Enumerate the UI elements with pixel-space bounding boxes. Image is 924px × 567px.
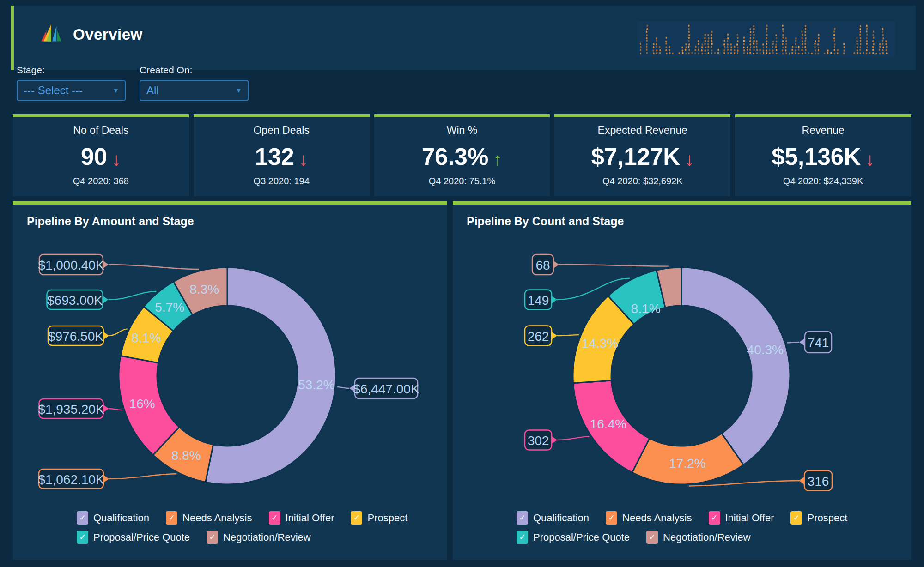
- legend-checkbox[interactable]: ✓: [77, 531, 88, 544]
- created-on-filter-label: Created On:: [140, 65, 249, 76]
- kpi-card-win-pct[interactable]: Win % 76.3%↑ Q4 2020: 75.1%: [374, 114, 550, 196]
- legend-label: Qualification: [533, 512, 589, 524]
- kpi-comparison: Q3 2020: 194: [194, 176, 370, 187]
- kpi-card-no-of-deals[interactable]: No of Deals 90↓ Q4 2020: 368: [13, 114, 189, 196]
- callout-connector: [559, 265, 669, 266]
- legend-checkbox[interactable]: ✓: [606, 511, 617, 525]
- legend-item-negotiation-review[interactable]: ✓Negotiation/Review: [207, 531, 311, 544]
- kpi-card-expected-revenue[interactable]: Expected Revenue $7,127K↓ Q4 2020: $32,6…: [554, 114, 730, 196]
- callout-prospect: 262: [525, 326, 557, 346]
- kpi-comparison: Q4 2020: 368: [13, 176, 189, 187]
- created-on-select-value: All: [146, 84, 159, 97]
- kpi-value: 132↓: [194, 145, 370, 169]
- kpi-title: Open Deals: [194, 124, 370, 137]
- slice-percent-label: 5.7%: [155, 300, 184, 314]
- legend-item-negotiation-review[interactable]: ✓Negotiation/Review: [646, 531, 751, 544]
- trend-down-icon: ↓: [865, 149, 875, 169]
- legend-checkbox[interactable]: ✓: [517, 531, 528, 544]
- kpi-title: No of Deals: [13, 124, 189, 137]
- checkmark-icon: ✓: [608, 513, 614, 523]
- legend-checkbox[interactable]: ✓: [709, 511, 720, 525]
- legend-item-qualification[interactable]: ✓Qualification: [517, 511, 589, 525]
- trend-down-icon: ↓: [685, 149, 694, 169]
- created-on-select[interactable]: All ▼: [140, 80, 249, 101]
- checkmark-icon: ✓: [519, 532, 525, 542]
- legend-label: Proposal/Price Quote: [533, 531, 630, 543]
- kpi-card-revenue[interactable]: Revenue $5,136K↓ Q4 2020: $24,339K: [735, 114, 911, 196]
- pipeline-amount-panel: Pipeline By Amount and Stage 53.2%8.8%16…: [13, 201, 447, 560]
- legend-item-prospect[interactable]: ✓Prospect: [351, 511, 407, 525]
- legend-checkbox[interactable]: ✓: [166, 511, 177, 525]
- callout-connector: [109, 329, 128, 336]
- legend-item-needs-analysis[interactable]: ✓Needs Analysis: [166, 511, 252, 525]
- legend-checkbox[interactable]: ✓: [646, 531, 658, 544]
- legend-checkbox[interactable]: ✓: [269, 511, 280, 525]
- legend-item-prospect[interactable]: ✓Prospect: [790, 511, 847, 525]
- pipeline-amount-donut-chart: 53.2%8.8%16%8.1%5.7%8.3%$6,447.00K$1,062…: [13, 205, 447, 560]
- callout-value-label: $1,062.10K: [38, 472, 104, 487]
- callout-connector: [109, 291, 157, 300]
- callout-needs-analysis: $1,062.10K: [38, 469, 109, 489]
- callout-initial-offer: $1,935.20K: [38, 399, 109, 418]
- stage-select-value: --- Select ---: [24, 84, 83, 97]
- legend-checkbox[interactable]: ✓: [207, 531, 218, 544]
- callout-value-label: 741: [808, 336, 829, 350]
- legend-row: ✓Qualification✓Needs Analysis✓Initial Of…: [517, 511, 847, 525]
- legend-item-proposal-price-quote[interactable]: ✓Proposal/Price Quote: [77, 531, 190, 544]
- legend-checkbox[interactable]: ✓: [790, 511, 802, 525]
- donut-slice-qualification[interactable]: [681, 267, 790, 465]
- chart-legend: ✓Qualification✓Needs Analysis✓Initial Of…: [517, 511, 847, 544]
- legend-item-initial-offer[interactable]: ✓Initial Offer: [269, 511, 334, 525]
- legend-label: Initial Offer: [725, 512, 774, 524]
- slice-percent-label: 8.8%: [171, 448, 201, 463]
- callout-proposal-price-quote: 149: [525, 290, 557, 310]
- callout-value-label: 302: [528, 434, 549, 448]
- legend-label: Prospect: [807, 512, 847, 524]
- slice-percent-label: 53.2%: [298, 378, 334, 392]
- legend-item-proposal-price-quote[interactable]: ✓Proposal/Price Quote: [517, 531, 630, 544]
- pipeline-count-panel: Pipeline By Count and Stage 40.3%17.2%16…: [453, 201, 911, 560]
- trend-down-icon: ↓: [299, 149, 308, 169]
- kpi-value: $5,136K↓: [735, 145, 911, 169]
- callout-proposal-price-quote: $693.00K: [47, 290, 109, 309]
- callout-negotiation-review: $1,000.40K: [38, 254, 109, 275]
- checkmark-icon: ✓: [353, 513, 360, 523]
- callout-connector: [337, 387, 349, 388]
- kpi-title: Expected Revenue: [554, 124, 730, 137]
- callout-qualification: $6,447.00K: [349, 378, 419, 398]
- chevron-down-icon: ▼: [235, 86, 242, 94]
- kpi-card-open-deals[interactable]: Open Deals 132↓ Q3 2020: 194: [194, 114, 370, 196]
- stage-select[interactable]: --- Select --- ▼: [17, 80, 126, 101]
- kpi-title: Win %: [374, 124, 550, 137]
- kpi-title: Revenue: [735, 124, 911, 137]
- slice-percent-label: 8.3%: [189, 282, 219, 296]
- callout-needs-analysis: 316: [799, 471, 832, 491]
- slice-percent-label: 17.2%: [669, 456, 705, 470]
- checkmark-icon: ✓: [711, 513, 717, 523]
- kpi-comparison: Q4 2020: $32,692K: [554, 176, 730, 187]
- legend-label: Negotiation/Review: [663, 531, 751, 543]
- callout-connector: [557, 335, 579, 336]
- chevron-down-icon: ▼: [112, 86, 119, 94]
- kpi-value: 90↓: [13, 145, 189, 169]
- stage-filter: Stage: --- Select --- ▼: [17, 65, 126, 101]
- legend-checkbox[interactable]: ✓: [77, 511, 88, 525]
- chart-legend: ✓Qualification✓Needs Analysis✓Initial Of…: [77, 511, 407, 544]
- legend-item-qualification[interactable]: ✓Qualification: [77, 511, 149, 525]
- slice-percent-label: 16.4%: [590, 417, 626, 431]
- checkmark-icon: ✓: [168, 513, 175, 523]
- checkmark-icon: ✓: [79, 532, 85, 542]
- legend-item-initial-offer[interactable]: ✓Initial Offer: [709, 511, 774, 525]
- slice-percent-label: 40.3%: [747, 343, 784, 357]
- callout-value-label: 68: [535, 258, 550, 272]
- callout-value-label: 316: [808, 474, 829, 489]
- legend-item-needs-analysis[interactable]: ✓Needs Analysis: [606, 511, 692, 525]
- checkmark-icon: ✓: [271, 513, 278, 523]
- callout-value-label: $1,000.40K: [38, 258, 104, 272]
- page-title: Overview: [73, 26, 143, 43]
- checkmark-icon: ✓: [793, 513, 800, 523]
- callout-connector: [557, 437, 589, 440]
- callout-initial-offer: 302: [525, 430, 557, 450]
- legend-checkbox[interactable]: ✓: [517, 511, 528, 525]
- legend-checkbox[interactable]: ✓: [351, 511, 362, 525]
